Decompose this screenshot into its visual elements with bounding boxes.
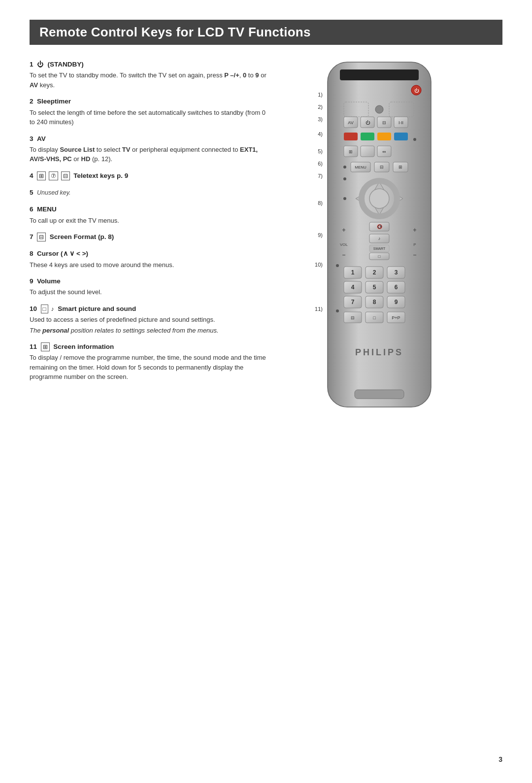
teletext-icons: ⊞ [37,171,46,180]
svg-point-43 [343,177,346,180]
title-bar: Remote Control Keys for LCD TV Functions [30,20,502,45]
section-4: 4 ⊞ ⑦ ⊟ Teletext keys p. 9 [30,171,271,181]
section-10-number: 10 [30,305,39,312]
remote-wrapper: ⏻ 1) 2) 3) 4) 5) 6) 7) 8) 9) 10) 11) [300,60,458,416]
section-5-number: 5 [30,189,35,196]
svg-text:2: 2 [373,269,376,276]
svg-text:–: – [413,251,417,258]
section-2-header: 2 Sleeptimer [30,97,271,106]
section-7-title: Screen Format (p. 8) [50,233,114,240]
page-title: Remote Control Keys for LCD TV Functions [39,25,493,40]
section-9-body: To adjust the sound level. [30,287,271,297]
teletext-icon3: ⊟ [61,171,70,180]
screen-info-icon: ⊞ [41,342,50,351]
section-6-number: 6 [30,205,35,213]
svg-text:6): 6) [318,161,323,167]
svg-text:□: □ [373,315,376,320]
svg-text:MENU: MENU [355,165,366,170]
svg-text:1: 1 [351,269,355,276]
section-3-title: AV [37,135,46,142]
svg-text:5: 5 [373,284,376,291]
svg-text:🔇: 🔇 [377,224,383,230]
section-11-header: 11 ⊞ Screen information [30,342,271,352]
svg-text:SMART: SMART [373,247,386,250]
page-number: 3 [499,755,502,763]
svg-text:9): 9) [318,232,323,238]
section-4-header: 4 ⊞ ⑦ ⊟ Teletext keys p. 9 [30,171,271,181]
section-1-header: 1 ⏻ (STANDBY) [30,60,271,69]
svg-text:AV: AV [348,120,353,125]
section-5-header: 5 Unused key. [30,188,271,198]
section-7-number: 7 [30,233,35,240]
svg-text:I·II: I·II [399,120,403,125]
section-9: 9 Volume To adjust the sound level. [30,276,271,297]
svg-text:⇔: ⇔ [382,149,386,154]
svg-rect-28 [377,133,391,140]
svg-text:VOL: VOL [340,242,348,247]
main-layout: 1 ⏻ (STANDBY) To set the TV to standby m… [30,60,502,416]
section-2: 2 Sleeptimer To select the length of tim… [30,97,271,127]
svg-rect-1 [340,69,419,80]
section-3: 3 AV To display Source List to select TV… [30,134,271,164]
svg-text:11): 11) [315,306,323,312]
section-7-header: 7 ⊟ Screen Format (p. 8) [30,232,271,242]
section-2-body: To select the length of time before the … [30,108,271,127]
section-5: 5 Unused key. [30,188,271,198]
svg-text:⊞: ⊞ [349,149,353,154]
section-3-header: 3 AV [30,134,271,144]
section-3-body: To display Source List to select TV or p… [30,145,271,164]
svg-text:6: 6 [395,284,398,291]
teletext-icon2: ⑦ [49,171,58,180]
svg-text:⏻: ⏻ [414,88,419,93]
svg-text:8: 8 [373,299,376,306]
svg-text:+: + [342,227,345,234]
section-10-header: 10 □ ♪ Smart picture and sound [30,304,271,314]
section-1: 1 ⏻ (STANDBY) To set the TV to standby m… [30,60,271,90]
section-11: 11 ⊞ Screen information To display / rem… [30,342,271,382]
left-content: 1 ⏻ (STANDBY) To set the TV to standby m… [30,60,271,389]
section-10-note: The personal position relates to setting… [30,326,271,336]
remote-svg: ⏻ 1) 2) 3) 4) 5) 6) 7) 8) 9) 10) 11) [300,60,458,414]
svg-rect-29 [394,133,408,140]
page-container: Remote Control Keys for LCD TV Functions… [0,0,532,783]
svg-point-48 [369,189,389,208]
svg-text:PHILIPS: PHILIPS [355,347,403,357]
section-6-body: To call up or exit the TV menus. [30,216,271,226]
svg-text:P: P [413,242,416,247]
svg-text:3: 3 [395,269,398,276]
section-10-body: Used to access a series of predefined pi… [30,315,271,325]
svg-rect-33 [361,146,374,157]
svg-text:□: □ [378,254,381,259]
svg-rect-92 [355,390,404,399]
section-5-title: Unused key. [37,189,71,196]
section-9-title: Volume [37,277,61,285]
smart-picture-icon1: □ [41,305,48,313]
section-4-title: Teletext keys p. 9 [73,172,128,179]
section-6-header: 6 MENU [30,204,271,214]
svg-text:+: + [413,227,416,234]
section-1-body: To set the TV to standby mode. To switch… [30,70,271,90]
svg-text:4): 4) [318,131,323,137]
svg-text:8): 8) [318,200,323,206]
smart-sound-icon: ♪ [51,306,54,312]
svg-text:7: 7 [351,299,355,306]
section-8-title: Cursor (∧ ∨ < >) [37,250,88,257]
svg-text:10): 10) [315,262,323,268]
svg-text:–: – [342,251,346,258]
svg-point-30 [413,138,416,141]
section-10: 10 □ ♪ Smart picture and sound Used to a… [30,304,271,335]
svg-point-84 [336,309,339,312]
section-8-header: 8 Cursor (∧ ∨ < >) [30,249,271,259]
svg-text:⊟: ⊟ [382,120,386,125]
svg-point-36 [343,166,346,169]
svg-text:2): 2) [318,104,323,110]
svg-point-17 [375,105,383,113]
svg-text:⏻: ⏻ [366,120,370,125]
svg-text:⊞: ⊞ [399,165,402,170]
section-8: 8 Cursor (∧ ∨ < >) These 4 keys are used… [30,249,271,270]
svg-text:♪: ♪ [378,236,381,241]
section-10-title: Smart picture and sound [58,305,136,312]
screen-format-icon: ⊟ [37,233,46,241]
section-4-number: 4 [30,172,35,179]
section-11-number: 11 [30,343,39,350]
